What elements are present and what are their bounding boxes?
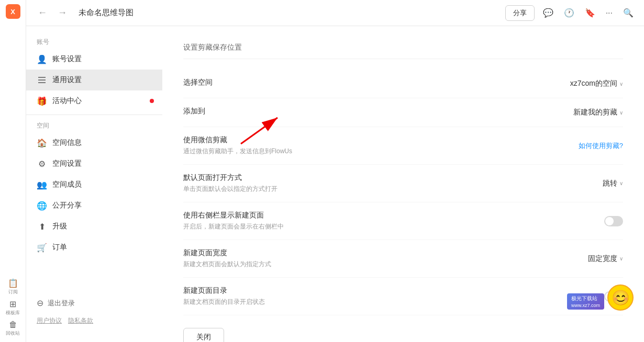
upgrade-icon: ⬆: [37, 221, 47, 232]
space-section-title: 空间: [26, 118, 162, 132]
settings-item-space-members[interactable]: 👥 空间成员: [26, 174, 162, 195]
chevron-down-icon-4: ∨: [619, 256, 623, 261]
account-icon: 👤: [37, 54, 47, 64]
smiley-watermark: 😊: [607, 284, 634, 311]
add-to-label: 添加到: [183, 107, 573, 116]
wechat-clip-desc: 通过微信剪藏助手，发送信息到FlowUs: [183, 147, 579, 156]
settings-section-header: 设置剪藏保存位置: [183, 43, 623, 59]
bottom-nav-templates[interactable]: ⊞ 模板库: [4, 298, 23, 317]
more-icon-button[interactable]: ···: [604, 6, 615, 20]
settings-item-activity[interactable]: 🎁 活动中心: [26, 90, 162, 111]
settings-item-space-info[interactable]: 🏠 空间信息: [26, 132, 162, 153]
modal-overlay: 账号 👤 账号设置 通用设置 🎁 活动中心 空间 🏠 空间信息 ⚙ 空间设置 �: [26, 26, 644, 342]
settings-row-add-to: 添加到 新建我的剪藏 ∨: [183, 98, 623, 127]
default-open-desc: 单击页面默认会以指定的方式打开: [183, 185, 603, 193]
settings-item-orders[interactable]: 🛒 订单: [26, 237, 162, 258]
back-button[interactable]: ←: [35, 5, 50, 20]
default-open-label: 默认页面打开方式: [183, 173, 603, 183]
default-open-select[interactable]: 跳转 ∨: [603, 179, 623, 188]
settings-item-space-settings[interactable]: ⚙ 空间设置: [26, 153, 162, 174]
brand-badge: 极光下载站 www.xz7.com: [567, 293, 604, 310]
right-sidebar-toggle[interactable]: [604, 216, 623, 226]
activity-red-dot: [150, 99, 154, 103]
public-share-icon: 🌐: [37, 200, 47, 211]
right-sidebar-label: 使用右侧栏显示新建页面: [183, 211, 604, 220]
space-info-icon: 🏠: [37, 138, 47, 148]
app-logo[interactable]: X: [6, 4, 20, 19]
chevron-down-icon-3: ∨: [619, 180, 623, 186]
account-section-title: 账号: [26, 35, 162, 49]
forward-button[interactable]: →: [54, 5, 70, 20]
page-title: 未命名思维导图: [79, 8, 134, 18]
page-width-label: 新建页面宽度: [183, 248, 588, 258]
select-space-label: 选择空间: [183, 78, 570, 87]
topbar: ← → 未命名思维导图 分享 💬 🕐 🔖 ··· 🔍: [26, 0, 644, 26]
how-to-use-clip-link[interactable]: 如何使用剪藏?: [579, 141, 623, 151]
settings-row-select-space: 选择空间 xz7com的空间 ∨: [183, 70, 623, 98]
close-btn-row: 关闭: [183, 328, 623, 342]
page-width-desc: 新建文档页面会默认为指定方式: [183, 260, 588, 269]
history-icon-button[interactable]: 🕐: [562, 6, 576, 20]
page-toc-desc: 新建文档页面的目录开启状态: [183, 298, 604, 306]
topbar-nav: ← → 未命名思维导图: [35, 5, 134, 20]
settings-item-account[interactable]: 👤 账号设置: [26, 49, 162, 70]
activity-icon: 🎁: [37, 96, 47, 106]
settings-row-page-width: 新建页面宽度 新建文档页面会默认为指定方式 固定宽度 ∨: [183, 240, 623, 278]
page-toc-label: 新建页面目录: [183, 286, 604, 295]
add-to-value[interactable]: 新建我的剪藏 ∨: [573, 108, 623, 117]
general-icon: [37, 75, 47, 85]
settings-footer: ⊖ 退出登录 用户协议 隐私条款: [26, 286, 162, 334]
add-to-select[interactable]: 新建我的剪藏 ∨: [573, 108, 623, 117]
space-members-icon: 👥: [37, 179, 47, 190]
orders-icon: 🛒: [37, 242, 47, 253]
footer-links: 用户协议 隐私条款: [37, 316, 152, 325]
topbar-right: 分享 💬 🕐 🔖 ··· 🔍: [505, 5, 636, 21]
settings-row-default-open: 默认页面打开方式 单击页面默认会以指定的方式打开 跳转 ∨: [183, 165, 623, 202]
templates-icon: ⊞: [9, 299, 16, 309]
settings-row-page-toc: 新建页面目录 新建文档页面的目录开启状态: [183, 278, 623, 315]
chevron-down-icon-2: ∨: [619, 110, 623, 116]
share-button[interactable]: 分享: [505, 5, 535, 21]
page-width-select[interactable]: 固定宽度 ∨: [588, 254, 623, 264]
privacy-link[interactable]: 隐私条款: [68, 316, 93, 325]
close-button[interactable]: 关闭: [183, 328, 224, 342]
search-icon-button[interactable]: 🔍: [621, 6, 636, 20]
icon-sidebar: X 📋 订阅 ⊞ 模板库 🗑 回收站: [0, 0, 26, 342]
logout-icon: ⊖: [37, 298, 43, 308]
bottom-nav-trash[interactable]: 🗑 回收站: [4, 319, 23, 338]
wechat-clip-label: 使用微信剪藏: [183, 135, 579, 145]
right-sidebar-desc: 开启后，新建页面会显示在右侧栏中: [183, 222, 604, 231]
settings-item-upgrade[interactable]: ⬆ 升级: [26, 216, 162, 237]
logout-item[interactable]: ⊖ 退出登录: [37, 294, 152, 312]
user-agreement-link[interactable]: 用户协议: [37, 316, 62, 325]
chat-icon-button[interactable]: 💬: [541, 6, 556, 20]
select-space-value[interactable]: xz7com的空间 ∨: [570, 79, 623, 88]
smiley-icon: 😊: [607, 284, 634, 311]
space-settings-icon: ⚙: [37, 158, 47, 169]
trash-icon: 🗑: [9, 320, 17, 329]
divider-1: [26, 115, 162, 115]
settings-item-public-share[interactable]: 🌐 公开分享: [26, 195, 162, 216]
settings-item-general[interactable]: 通用设置: [26, 70, 162, 90]
settings-row-right-sidebar: 使用右侧栏显示新建页面 开启后，新建页面会显示在右侧栏中: [183, 202, 623, 240]
bottom-nav-subscriptions[interactable]: 📋 订阅: [4, 277, 23, 296]
settings-row-wechat-clip: 使用微信剪藏 通过微信剪藏助手，发送信息到FlowUs 如何使用剪藏?: [183, 127, 623, 165]
space-select[interactable]: xz7com的空间 ∨: [570, 79, 623, 88]
bookmark-icon-button[interactable]: 🔖: [583, 6, 597, 20]
chevron-down-icon: ∨: [619, 81, 623, 87]
settings-sidebar: 账号 👤 账号设置 通用设置 🎁 活动中心 空间 🏠 空间信息 ⚙ 空间设置 �: [26, 26, 162, 342]
subscriptions-icon: 📋: [8, 278, 18, 288]
